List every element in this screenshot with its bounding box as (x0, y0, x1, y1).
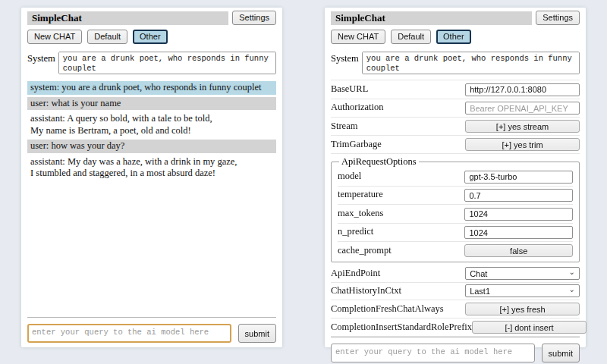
chat-message-assistant: assistant: A query so bold, with a tale … (27, 112, 276, 137)
stream-toggle-button[interactable]: [+] yes stream (465, 120, 580, 133)
trimgarbage-toggle-button[interactable]: [+] yes trim (465, 138, 580, 151)
system-prompt-label: System (27, 52, 55, 74)
cache-prompt-toggle-button[interactable]: false (464, 244, 573, 257)
chat-message-assistant: assistant: My day was a haze, with a dri… (27, 155, 276, 180)
apiendpoint-label: ApiEndPoint (331, 268, 380, 279)
query-divider (27, 317, 276, 318)
apiendpoint-select[interactable]: Chat ⌄ (465, 267, 580, 280)
system-prompt-row: System you are a drunk poet, who respond… (331, 52, 580, 74)
apiendpoint-selected-value: Chat (470, 269, 487, 278)
query-row: submit (27, 324, 276, 343)
new-chat-button[interactable]: New CHAT (331, 30, 385, 44)
temperature-input[interactable] (464, 189, 573, 202)
settings-row-temperature: temperature (338, 187, 573, 206)
settings-row-n-predict: n_predict (338, 224, 573, 243)
completionfreshchatalways-label: CompletionFreshChatAlways (331, 303, 444, 315)
session-tab-default[interactable]: Default (87, 30, 127, 44)
chat-message-list: system: you are a drunk poet, who respon… (27, 81, 276, 183)
max-tokens-input[interactable] (464, 208, 573, 221)
authorization-label: Authorization (331, 102, 383, 113)
chathistoryinctxt-select[interactable]: Last1 ⌄ (465, 284, 580, 297)
chathistoryinctxt-label: ChatHistoryInCtxt (331, 285, 401, 297)
flex-spacer (27, 183, 276, 318)
authorization-input[interactable] (465, 102, 580, 115)
chat-message-system: system: you are a drunk poet, who respon… (27, 81, 276, 95)
completioninsertstandardroleprefix-toggle-button[interactable]: [-] dont insert (472, 321, 587, 334)
settings-list: BaseURL Authorization Stream [+] yes str… (331, 80, 580, 337)
n-predict-input[interactable] (464, 226, 573, 239)
session-toolbar: New CHAT Default Other (331, 30, 580, 44)
baseurl-input[interactable] (465, 83, 580, 96)
system-prompt-label: System (331, 52, 359, 74)
session-tab-other[interactable]: Other (436, 30, 471, 44)
trimgarbage-label: TrimGarbage (331, 139, 382, 150)
header-bar: SimpleChat Settings (27, 11, 276, 25)
header-bar: SimpleChat Settings (331, 11, 580, 25)
completioninsertstandardroleprefix-label: CompletionInsertStandardRolePrefix (331, 322, 472, 333)
settings-button[interactable]: Settings (536, 11, 580, 25)
settings-row-max-tokens: max_tokens (338, 205, 573, 224)
settings-row-cache-prompt: cache_prompt false (338, 242, 573, 259)
settings-row-completionfreshchatalways: CompletionFreshChatAlways [+] yes fresh (331, 300, 580, 318)
chat-message-user: user: what is your name (27, 97, 276, 111)
completionfreshchatalways-toggle-button[interactable]: [+] yes fresh (465, 303, 580, 315)
app-title: SimpleChat (331, 11, 532, 25)
baseurl-label: BaseURL (331, 83, 368, 95)
session-tab-default[interactable]: Default (391, 30, 431, 44)
system-prompt-input[interactable]: you are a drunk poet, who responds in fu… (362, 52, 580, 74)
query-input[interactable] (331, 344, 535, 362)
cache-prompt-label: cache_prompt (338, 245, 392, 256)
session-tab-other[interactable]: Other (133, 30, 168, 44)
system-prompt-input[interactable]: you are a drunk poet, who responds in fu… (58, 52, 276, 74)
chathistoryinctxt-selected-value: Last1 (470, 287, 490, 296)
api-request-options-fieldset: ApiRequestOptions model temperature max_… (331, 156, 580, 262)
temperature-label: temperature (338, 189, 383, 200)
query-row: submit (331, 344, 580, 362)
settings-row-model: model (338, 168, 573, 187)
settings-row-baseurl: BaseURL (331, 80, 580, 99)
settings-row-chathistoryinctxt: ChatHistoryInCtxt Last1 ⌄ (331, 283, 580, 300)
app-title: SimpleChat (27, 11, 228, 25)
api-request-options-legend: ApiRequestOptions (339, 156, 419, 168)
chevron-down-icon: ⌄ (569, 287, 575, 293)
settings-row-apiendpoint: ApiEndPoint Chat ⌄ (331, 265, 580, 283)
system-prompt-row: System you are a drunk poet, who respond… (27, 52, 276, 74)
settings-row-completioninsertstandardroleprefix: CompletionInsertStandardRolePrefix [-] d… (331, 318, 580, 337)
stream-label: Stream (331, 121, 357, 132)
settings-row-trimgarbage: TrimGarbage [+] yes trim (331, 136, 580, 154)
submit-button[interactable]: submit (238, 324, 276, 343)
settings-panel: SimpleChat Settings New CHAT Default Oth… (325, 8, 586, 347)
n-predict-label: n_predict (338, 226, 373, 237)
chat-panel: SimpleChat Settings New CHAT Default Oth… (21, 8, 282, 347)
settings-row-authorization: Authorization (331, 99, 580, 118)
model-label: model (338, 171, 361, 182)
session-toolbar: New CHAT Default Other (27, 30, 276, 44)
chat-message-user: user: how was your day? (27, 140, 276, 153)
chevron-down-icon: ⌄ (569, 269, 575, 275)
query-divider (331, 337, 580, 337)
settings-row-stream: Stream [+] yes stream (331, 118, 580, 136)
settings-button[interactable]: Settings (232, 11, 276, 25)
model-input[interactable] (464, 171, 573, 184)
submit-button[interactable]: submit (542, 344, 580, 362)
new-chat-button[interactable]: New CHAT (27, 30, 82, 44)
query-input[interactable] (27, 324, 231, 343)
max-tokens-label: max_tokens (338, 208, 383, 219)
